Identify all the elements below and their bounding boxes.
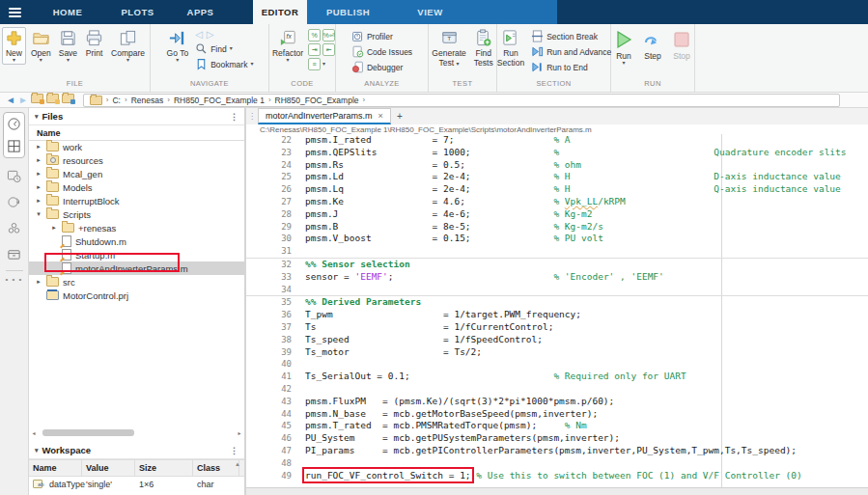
run-and-advance-button[interactable]: Run and Advance [529, 44, 613, 59]
tree-item-Models[interactable]: ▸Models [29, 180, 244, 194]
run-section-button[interactable]: Run Section [494, 27, 527, 69]
code-line-37[interactable]: 37Ts = 1/fCurrentControl; [246, 321, 868, 334]
print-button[interactable]: Print [82, 27, 106, 60]
archive-panel-icon[interactable] [6, 246, 22, 262]
smart-indent-icon[interactable]: ≡ [308, 58, 321, 70]
code-line-26[interactable]: 26pmsm.Lq = 2e-4; % H Q-axis inductance … [246, 183, 868, 196]
indent-right-icon[interactable]: ⇥ [308, 43, 321, 56]
workspace-kebab-icon[interactable]: ⋮ [230, 446, 238, 455]
code-line-28[interactable]: 28pmsm.J = 4e-6; % Kg-m2 [246, 208, 868, 221]
breadcrumb-item-renesas[interactable]: Renesas [131, 96, 164, 105]
code-line-35[interactable]: 35%% Derived Parameters [246, 295, 868, 309]
tree-item-+renesas[interactable]: ▸+renesas [29, 221, 244, 234]
tab-plots[interactable]: PLOTS [106, 0, 169, 24]
pane-handle-icon[interactable]: ⋮ [246, 108, 258, 124]
code-line-38[interactable]: 38Ts_speed = 1/fSpeedControl; [246, 334, 868, 346]
more-panels-icon[interactable]: • • • [6, 275, 23, 284]
code-line-22[interactable]: 22pmsm.I_rated = 7; % A [246, 134, 868, 147]
code-line-32[interactable]: 32%% Sensor selection [246, 258, 868, 271]
tab-view[interactable]: VIEW [389, 0, 471, 24]
tab-publish[interactable]: PUBLISH [307, 0, 389, 24]
code-line-33[interactable]: 33sensor = 'EEMF'; % 'Encoder' , 'EEMF' [246, 271, 868, 284]
files-kebab-icon[interactable]: ⋮ [230, 112, 238, 122]
comment-icon[interactable]: % [308, 29, 321, 41]
tab-home[interactable]: HOME [29, 0, 106, 24]
collapse-icon[interactable]: ▾ [35, 113, 39, 121]
col-value[interactable]: Value [82, 460, 135, 476]
editor-tab[interactable]: motorAndInverterParams.m × [258, 108, 391, 124]
goto-button[interactable]: Go To▾ [164, 27, 192, 65]
tree-item-Scripts[interactable]: ▾Scripts [29, 207, 244, 221]
col-size[interactable]: Size [135, 460, 193, 476]
code-line-27[interactable]: 27pmsm.Ke = 4.6; % Vpk_LL/kRPM [246, 196, 868, 208]
code-line-31[interactable]: 31 [246, 245, 868, 258]
find-tests-button[interactable]: Find Tests [471, 27, 496, 69]
code-issues-button[interactable]: Code Issues [350, 44, 414, 59]
tree-item-InterruptBlock[interactable]: ▸InterruptBlock [29, 194, 244, 207]
files-name-column-header[interactable]: Name [29, 125, 244, 141]
expander-icon[interactable]: ▸ [35, 197, 42, 205]
code-line-24[interactable]: 24pmsm.Rs = 0.5; % ohm [246, 159, 868, 172]
files-hscrollbar[interactable]: ◂ ▸ [29, 428, 244, 437]
code-tools-caret-icon[interactable]: ▾ [322, 62, 325, 67]
code-line-23[interactable]: 23pmsm.QEPSlits = 1000; % Quadrature enc… [246, 147, 868, 159]
hscroll-right-icon[interactable]: ▸ [235, 429, 244, 436]
tab-editor[interactable]: EDITOR [253, 0, 307, 24]
code-line-46[interactable]: 46PU_System = mcb.getPUSystemParameters(… [246, 432, 868, 445]
code-line-34[interactable]: 34 [246, 284, 868, 296]
tree-item-motorAndInverterParams.m[interactable]: motorAndInverterParams.m [29, 261, 244, 275]
stop-button[interactable]: Stop [668, 27, 695, 63]
breadcrumb-item-example1[interactable]: RH850_FOC_Example 1 [174, 96, 265, 105]
expander-icon[interactable]: ▸ [35, 278, 42, 286]
back-icon[interactable]: ◄ [6, 95, 15, 106]
code-line-29[interactable]: 29pmsm.B = 8e-5; % Kg-m2/s [246, 221, 868, 234]
save-button[interactable]: Save▾ [56, 27, 80, 65]
code-line-48[interactable]: 48 [246, 457, 868, 470]
editor-hscrollbar[interactable] [246, 487, 868, 495]
hscroll-thumb[interactable] [42, 429, 134, 436]
col-name[interactable]: Name [29, 460, 82, 476]
step-button[interactable]: Step [639, 27, 666, 63]
find-button[interactable]: Find▾ [193, 41, 255, 56]
new-tab-button[interactable]: + [391, 108, 408, 124]
generate-test-button[interactable]: T Generate Test ▾ [429, 27, 468, 69]
tree-item-src[interactable]: ▸src [29, 275, 244, 289]
layout-grid-panel-icon[interactable] [6, 138, 22, 154]
col-class[interactable]: Class [193, 460, 239, 476]
tree-item-Mcal_gen[interactable]: ▸Mcal_gen [29, 167, 244, 180]
code-line-36[interactable]: 36T_pwm = 1/target.PWM_frequency; [246, 309, 868, 321]
expander-icon[interactable]: ▸ [35, 143, 42, 151]
close-icon[interactable]: × [378, 111, 383, 121]
code-line-49[interactable]: 49run_FOC_VF_control_Switch = 1; % Use t… [246, 470, 868, 482]
workspace-header[interactable]: ▾ Workspace ⋮ [29, 442, 244, 459]
folder-cloud-icon[interactable] [62, 94, 74, 106]
profiler-button[interactable]: Profiler [350, 29, 414, 43]
collapse-icon[interactable]: ▾ [35, 447, 39, 454]
menu-icon[interactable] [0, 0, 29, 24]
breadcrumb-item-drive[interactable]: C: [112, 96, 121, 105]
expander-icon[interactable]: ▸ [35, 156, 42, 164]
compare-button[interactable]: Compare▾ [108, 27, 148, 65]
tree-item-MotorControl.prj[interactable]: MotorControl.prj [29, 289, 244, 302]
forward-icon[interactable]: ► [18, 95, 28, 106]
code-line-39[interactable]: 39Ts_motor = Ts/2; [246, 346, 868, 359]
code-line-45[interactable]: 45pmsm.T_rated = mcb.PMSMRatedTorque(pms… [246, 420, 868, 432]
variables-panel-icon[interactable] [6, 194, 22, 210]
tree-item-Startup.m[interactable]: Startup.m [29, 248, 244, 261]
code-line-43[interactable]: 43pmsm.FluxPM = (pmsm.Ke)/(sqrt(3)*2*pi*… [246, 396, 868, 408]
expander-icon[interactable]: ▸ [35, 183, 42, 191]
expander-icon[interactable]: ▾ [35, 210, 42, 218]
folder-up-icon[interactable] [46, 94, 59, 106]
back-ghost-icon[interactable]: ◁ [195, 30, 203, 40]
forward-ghost-icon[interactable]: ▷ [207, 30, 214, 40]
new-button[interactable]: New▾ [2, 27, 26, 65]
workspace-row-dataType[interactable]: abdataType'single'1×6char [29, 477, 244, 491]
breadcrumb-item-example[interactable]: RH850_FOC_Example [275, 96, 359, 105]
breadcrumb[interactable]: › C: › Renesas › RH850_FOC_Example 1 › R… [83, 94, 840, 107]
tree-item-work[interactable]: ▸work [29, 140, 244, 153]
new-folder-icon[interactable] [31, 94, 43, 106]
expander-icon[interactable]: ▸ [35, 170, 42, 178]
code-line-44[interactable]: 44pmsm.N_base = mcb.getMotorBaseSpeed(pm… [246, 408, 868, 421]
run-to-end-button[interactable]: Run to End [529, 60, 613, 74]
run-button[interactable]: Run▾ [610, 27, 637, 68]
